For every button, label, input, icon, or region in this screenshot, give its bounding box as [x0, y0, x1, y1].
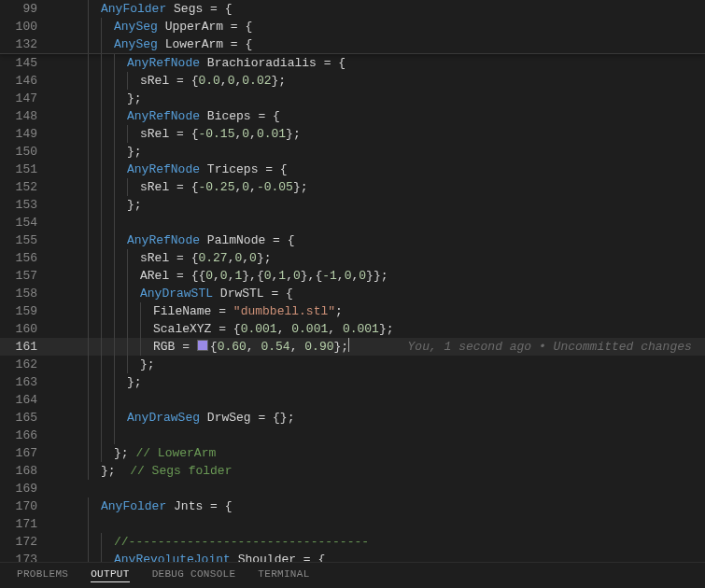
line-number[interactable]: 99: [0, 0, 49, 18]
sticky-line[interactable]: 99AnyFolder Segs = {: [0, 0, 705, 18]
line-number[interactable]: 153: [0, 196, 49, 214]
code-area[interactable]: 99AnyFolder Segs = {100AnySeg UpperArm =…: [0, 0, 705, 562]
fold-gutter[interactable]: [49, 35, 62, 53]
code-line[interactable]: 149sRel = {-0.15,0,0.01};: [0, 125, 705, 143]
fold-gutter[interactable]: [49, 0, 62, 18]
code-content[interactable]: [127, 214, 705, 231]
code-line[interactable]: 158AnyDrawSTL DrwSTL = {: [0, 285, 705, 302]
line-number[interactable]: 164: [0, 391, 49, 409]
line-number[interactable]: 154: [0, 214, 49, 231]
fold-gutter[interactable]: [49, 515, 62, 533]
line-number[interactable]: 150: [0, 143, 49, 161]
line-number[interactable]: 166: [0, 427, 49, 444]
line-number[interactable]: 169: [0, 480, 49, 497]
fold-gutter[interactable]: [49, 90, 62, 107]
code-line[interactable]: 145AnyRefNode Brachioradialis = {: [0, 54, 705, 72]
line-number[interactable]: 157: [0, 267, 49, 285]
fold-gutter[interactable]: [49, 409, 62, 427]
line-number[interactable]: 151: [0, 161, 49, 178]
panel-tab-terminal[interactable]: TERMINAL: [258, 568, 309, 582]
fold-gutter[interactable]: [49, 18, 62, 35]
panel-tab-output[interactable]: OUTPUT: [91, 568, 129, 582]
code-content[interactable]: AnySeg UpperArm = {: [114, 18, 705, 35]
line-number[interactable]: 148: [0, 107, 49, 125]
line-number[interactable]: 132: [0, 35, 49, 53]
fold-gutter[interactable]: [49, 161, 62, 178]
fold-gutter[interactable]: [49, 231, 62, 249]
code-body[interactable]: 145AnyRefNode Brachioradialis = {146sRel…: [0, 54, 705, 562]
line-number[interactable]: 146: [0, 72, 49, 90]
fold-gutter[interactable]: [49, 551, 62, 562]
line-number[interactable]: 160: [0, 320, 49, 338]
line-number[interactable]: 170: [0, 497, 49, 515]
code-content[interactable]: sRel = {0.0,0,0.02};: [140, 72, 705, 90]
code-content[interactable]: };: [127, 90, 705, 107]
line-number[interactable]: 147: [0, 90, 49, 107]
code-line[interactable]: 165AnyDrawSeg DrwSeg = {};: [0, 409, 705, 427]
line-number[interactable]: 145: [0, 54, 49, 72]
line-number[interactable]: 100: [0, 18, 49, 35]
code-content[interactable]: RGB = {0.60, 0.54, 0.90}; You, 1 second …: [153, 338, 705, 356]
fold-gutter[interactable]: [49, 480, 62, 497]
fold-gutter[interactable]: [49, 302, 62, 320]
code-content[interactable]: ScaleXYZ = {0.001, 0.001, 0.001};: [153, 320, 705, 338]
code-content[interactable]: AnyFolder Segs = {: [101, 0, 705, 18]
code-line[interactable]: 152sRel = {-0.25,0,-0.05};: [0, 178, 705, 196]
code-line[interactable]: 173AnyRevoluteJoint Shoulder = {: [0, 551, 705, 562]
code-content[interactable]: };: [140, 356, 705, 373]
code-content[interactable]: AnyRevoluteJoint Shoulder = {: [114, 551, 705, 562]
code-line[interactable]: 171: [0, 515, 705, 533]
code-line[interactable]: 151AnyRefNode Triceps = {: [0, 161, 705, 178]
line-number[interactable]: 173: [0, 551, 49, 562]
code-line[interactable]: 160ScaleXYZ = {0.001, 0.001, 0.001};: [0, 320, 705, 338]
sticky-scroll[interactable]: 99AnyFolder Segs = {100AnySeg UpperArm =…: [0, 0, 705, 54]
line-number[interactable]: 156: [0, 249, 49, 267]
fold-gutter[interactable]: [49, 285, 62, 302]
code-line[interactable]: 161RGB = {0.60, 0.54, 0.90}; You, 1 seco…: [0, 338, 705, 356]
fold-gutter[interactable]: [49, 497, 62, 515]
code-content[interactable]: AnyDrawSeg DrwSeg = {};: [127, 409, 705, 427]
line-number[interactable]: 167: [0, 444, 49, 462]
code-content[interactable]: sRel = {-0.15,0,0.01};: [140, 125, 705, 143]
panel-tab-debug-console[interactable]: DEBUG CONSOLE: [152, 568, 236, 582]
code-content[interactable]: AnyRefNode PalmNode = {: [127, 231, 705, 249]
fold-gutter[interactable]: [49, 54, 62, 72]
code-line[interactable]: 147};: [0, 90, 705, 107]
fold-gutter[interactable]: [49, 533, 62, 551]
code-content[interactable]: [127, 427, 705, 444]
code-content[interactable]: [127, 391, 705, 409]
panel-tab-problems[interactable]: PROBLEMS: [17, 568, 68, 582]
fold-gutter[interactable]: [49, 391, 62, 409]
code-content[interactable]: AnyFolder Jnts = {: [101, 497, 705, 515]
code-content[interactable]: ARel = {{0,0,1},{0,1,0},{-1,0,0}};: [140, 267, 705, 285]
code-line[interactable]: 167}; // LowerArm: [0, 444, 705, 462]
fold-gutter[interactable]: [49, 249, 62, 267]
line-number[interactable]: 152: [0, 178, 49, 196]
color-swatch-icon[interactable]: [197, 340, 208, 351]
code-content[interactable]: }; // LowerArm: [114, 444, 705, 462]
fold-gutter[interactable]: [49, 143, 62, 161]
fold-gutter[interactable]: [49, 427, 62, 444]
line-number[interactable]: 155: [0, 231, 49, 249]
code-line[interactable]: 153};: [0, 196, 705, 214]
line-number[interactable]: 168: [0, 462, 49, 480]
fold-gutter[interactable]: [49, 356, 62, 373]
line-number[interactable]: 162: [0, 356, 49, 373]
line-number[interactable]: 163: [0, 373, 49, 391]
code-content[interactable]: AnyDrawSTL DrwSTL = {: [140, 285, 705, 302]
code-line[interactable]: 169: [0, 480, 705, 497]
code-content[interactable]: };: [127, 196, 705, 214]
fold-gutter[interactable]: [49, 444, 62, 462]
code-line[interactable]: 150};: [0, 143, 705, 161]
code-content[interactable]: FileName = "dumbbell.stl";: [153, 302, 705, 320]
fold-gutter[interactable]: [49, 267, 62, 285]
code-line[interactable]: 154: [0, 214, 705, 231]
fold-gutter[interactable]: [49, 320, 62, 338]
code-line[interactable]: 146sRel = {0.0,0,0.02};: [0, 72, 705, 90]
fold-gutter[interactable]: [49, 125, 62, 143]
line-number[interactable]: 165: [0, 409, 49, 427]
code-line[interactable]: 170AnyFolder Jnts = {: [0, 497, 705, 515]
code-line[interactable]: 156sRel = {0.27,0,0};: [0, 249, 705, 267]
line-number[interactable]: 171: [0, 515, 49, 533]
code-line[interactable]: 155AnyRefNode PalmNode = {: [0, 231, 705, 249]
